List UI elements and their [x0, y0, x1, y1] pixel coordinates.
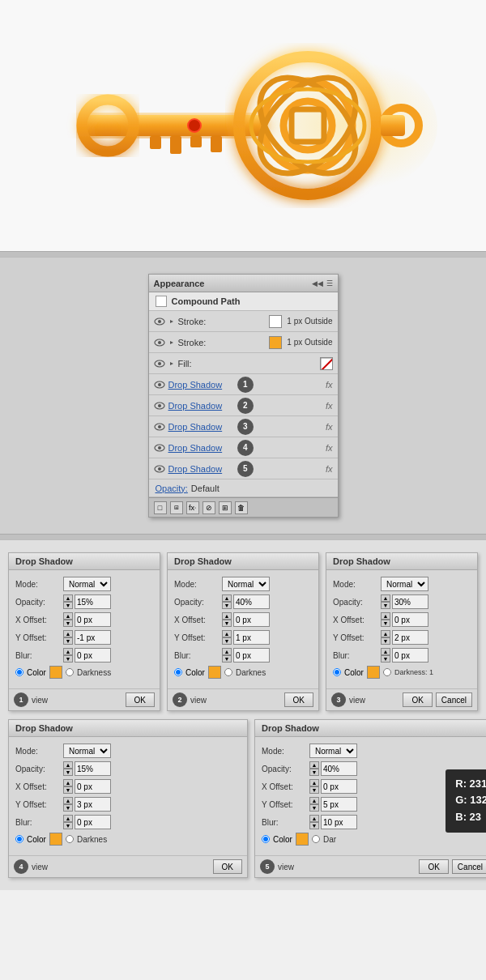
ds1-y-down[interactable]: ▼: [63, 637, 73, 645]
ds3-ok-button[interactable]: OK: [403, 692, 432, 707]
ds1-mode-select[interactable]: Normal: [63, 577, 111, 591]
ds3-mode-select[interactable]: Normal: [381, 577, 428, 591]
ds1-y-input[interactable]: [75, 630, 111, 645]
ds2-y-spinner[interactable]: ▲ ▼: [222, 630, 232, 645]
ds4-mode-select[interactable]: Normal: [63, 744, 111, 758]
ds5-mode-select[interactable]: Normal: [309, 744, 357, 758]
ds1-opacity-spinner[interactable]: ▲ ▼: [63, 594, 73, 609]
ds1-ok-button[interactable]: OK: [126, 692, 155, 707]
fx-btn[interactable]: fx◦: [186, 501, 199, 514]
ds5-y-spinner[interactable]: ▲ ▼: [309, 797, 319, 812]
visibility-icon-3[interactable]: [154, 360, 165, 368]
ds5-preview-label[interactable]: view: [278, 863, 416, 871]
ds4-x-input[interactable]: [75, 779, 111, 794]
ds1-blur-down[interactable]: ▼: [63, 655, 73, 663]
ds1-y-up[interactable]: ▲: [63, 630, 73, 637]
ds5-x-spinner[interactable]: ▲ ▼: [309, 779, 319, 794]
drop-shadow-label-4[interactable]: Drop Shadow: [168, 443, 234, 453]
visibility-icon-ds2[interactable]: [154, 402, 165, 410]
ds5-color-swatch[interactable]: [296, 833, 309, 846]
ds1-preview-label[interactable]: view: [32, 696, 122, 705]
delete-btn[interactable]: 🗑: [235, 501, 248, 514]
ds3-y-spinner[interactable]: ▲ ▼: [381, 630, 390, 645]
ds4-x-spinner[interactable]: ▲ ▼: [63, 779, 73, 794]
ds4-darkness-radio[interactable]: [66, 835, 74, 843]
ds3-color-swatch[interactable]: [367, 666, 380, 679]
ds1-x-down[interactable]: ▼: [63, 620, 73, 627]
clear-btn[interactable]: ⊘: [202, 501, 215, 514]
ds1-x-input[interactable]: [75, 612, 111, 627]
drop-shadow-label-2[interactable]: Drop Shadow: [168, 401, 234, 411]
ds1-color-swatch[interactable]: [49, 666, 62, 679]
visibility-icon-ds5[interactable]: [154, 465, 165, 473]
ds3-darkness-radio[interactable]: [383, 668, 391, 676]
ds2-opacity-spinner[interactable]: ▲ ▼: [222, 594, 232, 609]
visibility-icon-1[interactable]: [154, 317, 165, 326]
drop-shadow-label-5[interactable]: Drop Shadow: [168, 464, 234, 474]
ds3-color-radio[interactable]: [333, 668, 341, 676]
fill-color[interactable]: [320, 357, 333, 370]
ds1-darkness-radio[interactable]: [66, 668, 74, 676]
ds5-opacity-spinner[interactable]: ▲ ▼: [309, 761, 319, 776]
ds2-x-input[interactable]: [233, 612, 270, 627]
ds4-y-input[interactable]: [75, 797, 111, 812]
visibility-icon-ds4[interactable]: [154, 444, 165, 452]
panel-collapse-btn[interactable]: ◀◀: [312, 279, 323, 288]
ds4-ok-button[interactable]: OK: [213, 859, 242, 874]
ds5-ok-button[interactable]: OK: [419, 859, 448, 874]
ds4-opacity-spinner[interactable]: ▲ ▼: [63, 761, 73, 776]
visibility-icon-2[interactable]: [154, 339, 165, 347]
ds2-color-swatch[interactable]: [208, 666, 221, 679]
copy-btn[interactable]: ⊞: [219, 501, 232, 514]
ds5-blur-spinner[interactable]: ▲ ▼: [309, 815, 319, 829]
ds5-y-input[interactable]: [321, 797, 357, 812]
ds5-cancel-button[interactable]: Cancel: [452, 859, 486, 874]
ds5-x-input[interactable]: [321, 779, 357, 794]
new-layer-btn[interactable]: □: [154, 501, 167, 514]
ds5-color-radio[interactable]: [262, 835, 270, 843]
visibility-icon-ds3[interactable]: [154, 423, 165, 431]
ds2-mode-select[interactable]: Normal: [222, 577, 270, 591]
drop-shadow-label-1[interactable]: Drop Shadow: [168, 380, 234, 390]
expand-icon-1[interactable]: [168, 318, 175, 325]
ds4-opacity-input[interactable]: [75, 761, 111, 776]
ds3-y-input[interactable]: [392, 630, 428, 645]
ds1-y-spinner[interactable]: ▲ ▼: [63, 630, 73, 645]
ds2-blur-spinner[interactable]: ▲ ▼: [222, 648, 232, 663]
opacity-label[interactable]: Opacity:: [156, 484, 188, 493]
ds4-color-radio[interactable]: [15, 835, 23, 843]
visibility-icon-ds1[interactable]: [154, 381, 165, 389]
ds4-y-spinner[interactable]: ▲ ▼: [63, 797, 73, 812]
ds1-blur-input[interactable]: [75, 648, 111, 663]
ds3-blur-input[interactable]: [392, 648, 428, 663]
ds1-opacity-down[interactable]: ▼: [63, 602, 73, 609]
expand-icon-3[interactable]: [168, 360, 175, 367]
ds5-opacity-input[interactable]: [321, 761, 357, 776]
ds2-darkness-radio[interactable]: [224, 668, 232, 676]
ds2-preview-label[interactable]: view: [190, 696, 281, 705]
ds2-x-spinner[interactable]: ▲ ▼: [222, 612, 232, 627]
ds1-opacity-up[interactable]: ▲: [63, 594, 73, 602]
ds3-blur-spinner[interactable]: ▲ ▼: [381, 648, 390, 663]
stroke-color-1[interactable]: [269, 315, 282, 328]
panel-menu-btn[interactable]: ☰: [326, 279, 333, 288]
ds1-x-up[interactable]: ▲: [63, 612, 73, 620]
ds2-opacity-input[interactable]: [233, 594, 270, 609]
ds4-blur-input[interactable]: [75, 815, 111, 829]
ds2-y-input[interactable]: [233, 630, 270, 645]
ds1-blur-up[interactable]: ▲: [63, 648, 73, 655]
ds2-ok-button[interactable]: OK: [284, 692, 313, 707]
ds3-opacity-spinner[interactable]: ▲ ▼: [381, 594, 390, 609]
ds3-cancel-button[interactable]: Cancel: [436, 692, 472, 707]
ds1-color-radio[interactable]: [15, 668, 23, 676]
ds4-blur-spinner[interactable]: ▲ ▼: [63, 815, 73, 829]
ds2-color-radio[interactable]: [174, 668, 182, 676]
ds3-x-input[interactable]: [392, 612, 428, 627]
ds1-x-spinner[interactable]: ▲ ▼: [63, 612, 73, 627]
ds1-opacity-input[interactable]: [75, 594, 111, 609]
ds3-preview-label[interactable]: view: [349, 696, 399, 705]
stroke-color-2[interactable]: [269, 336, 282, 349]
ds2-blur-input[interactable]: [233, 648, 270, 663]
ds1-blur-spinner[interactable]: ▲ ▼: [63, 648, 73, 663]
ds4-color-swatch[interactable]: [49, 833, 62, 846]
